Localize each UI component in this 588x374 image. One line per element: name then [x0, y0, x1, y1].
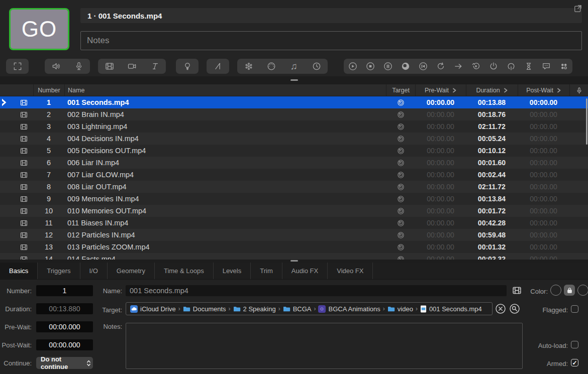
tab-triggers[interactable]: Triggers [38, 263, 80, 279]
color-swatch-left[interactable] [550, 285, 561, 296]
header-name[interactable]: Name [64, 84, 386, 96]
speaker-button[interactable] [45, 59, 67, 74]
cue-row[interactable]: 3003 Lightning.mp400:00.0002:11.7200:00.… [0, 120, 588, 133]
stop-button[interactable] [361, 59, 379, 74]
header-target[interactable]: Target [386, 84, 415, 96]
cue-row[interactable]: 8008 Liar OUT.mp400:00.0002:11.7200:00.0… [0, 181, 588, 193]
film-button[interactable] [98, 59, 121, 74]
tab-i-o[interactable]: I/O [80, 263, 108, 279]
memo-button[interactable] [537, 59, 555, 74]
text-button[interactable] [143, 59, 166, 74]
cue-row[interactable]: 14014 Facts.mp400:00.0000:02.3200:00.00 [0, 253, 588, 260]
cue-name: 013 Particles ZOOM.mp4 [64, 243, 386, 251]
collapse-duration-chevron[interactable] [503, 88, 508, 93]
header-duration[interactable]: Duration [466, 84, 518, 96]
cue-name: 008 Liar OUT.mp4 [64, 183, 386, 191]
pause-button[interactable] [379, 59, 397, 74]
cue-duration: 00:18.76 [466, 110, 518, 118]
tab-trim[interactable]: Trim [251, 263, 282, 279]
cue-row[interactable]: 5005 Decisions OUT.mp400:00.0000:10.1200… [0, 145, 588, 157]
cue-row[interactable]: 13013 Particles ZOOM.mp400:00.0000:01.32… [0, 241, 588, 253]
midi-button[interactable] [260, 59, 282, 74]
reset-button[interactable] [432, 59, 449, 74]
network-button[interactable] [237, 59, 260, 74]
cue-row[interactable]: 7007 Liar GLOW.mp400:00.0000:02.4400:00.… [0, 169, 588, 181]
cue-row[interactable]: 4004 Decisions IN.mp400:00.0000:05.2400:… [0, 133, 588, 145]
cue-row[interactable]: 6006 Liar IN.mp400:00.0000:01.6000:00.00 [0, 157, 588, 169]
color-swatch-right[interactable] [577, 285, 588, 296]
auto-load-checkbox[interactable] [571, 341, 578, 348]
lightbulb-button[interactable] [176, 59, 199, 74]
arm-icon [488, 61, 499, 71]
camera-button[interactable] [121, 59, 143, 74]
cue-list-scrollbar[interactable] [586, 98, 587, 145]
cue-row[interactable]: 10010 Memories OUT.mp400:00.0000:01.7200… [0, 205, 588, 217]
breadcrumb-item[interactable]: BGCA Animations [318, 305, 380, 313]
duration-field[interactable]: 00:13.880 [36, 303, 93, 314]
music-note-button[interactable]: ♫ [282, 59, 305, 74]
cue-name: 001 Seconds.mp4 [64, 98, 386, 106]
splitter-handle[interactable] [290, 79, 298, 81]
number-field[interactable]: 1 [36, 285, 93, 296]
post-wait-field[interactable]: 00:00.000 [36, 339, 93, 350]
breadcrumb-item[interactable]: video [387, 305, 413, 313]
header-pre-wait[interactable]: Pre-Wait [415, 84, 466, 96]
post-wait-label: Post-Wait: [0, 341, 32, 349]
cue-post-wait: 00:00.00 [518, 207, 569, 215]
devamp-button[interactable] [449, 59, 467, 74]
cue-row[interactable]: 2002 Brain IN.mp400:00.0000:18.7600:00.0… [0, 108, 588, 120]
clear-target-button[interactable] [495, 303, 507, 315]
continue-dropdown[interactable]: Do not continue [36, 357, 93, 369]
armed-checkbox[interactable]: ✓ [571, 359, 578, 366]
lock-icon[interactable] [564, 285, 575, 296]
top-splitter [0, 76, 588, 84]
cue-type-cell [14, 110, 33, 119]
load-button[interactable] [414, 59, 432, 74]
microphone-button[interactable] [67, 59, 90, 74]
go-button[interactable]: GO [9, 8, 69, 50]
find-target-button[interactable] [509, 303, 521, 315]
header-post-wait[interactable]: Post-Wait [518, 84, 569, 96]
header-number[interactable]: Number [33, 84, 64, 96]
cue-duration: 00:01.72 [466, 207, 518, 215]
collapse-post-wait-chevron[interactable] [556, 88, 561, 93]
playhead-cell [0, 229, 14, 241]
group-button[interactable] [555, 59, 572, 74]
clock-button[interactable] [305, 59, 328, 74]
disarm-button[interactable] [502, 59, 520, 74]
continue-label: Continue: [0, 359, 32, 367]
cue-row[interactable]: 9009 Memories IN.mp400:00.0000:13.8400:0… [0, 193, 588, 205]
breadcrumb-item[interactable]: BCGA [283, 305, 312, 313]
file-icon [420, 305, 427, 313]
fade-curve-button[interactable] [207, 59, 229, 74]
name-field[interactable]: 001 Seconds.mp4 [126, 285, 507, 296]
fade-button[interactable] [397, 59, 414, 74]
notes-textarea[interactable] [126, 323, 523, 369]
pre-wait-field[interactable]: 00:00.000 [36, 321, 93, 332]
collapse-pre-wait-chevron[interactable] [452, 88, 457, 93]
splitter-handle[interactable] [290, 260, 298, 262]
wait-button[interactable] [520, 59, 537, 74]
goto-button[interactable] [467, 59, 484, 74]
flagged-checkbox[interactable] [571, 305, 578, 313]
tab-video-fx[interactable]: Video FX [328, 263, 373, 279]
cue-row[interactable]: 1001 Seconds.mp400:00.0000:13.8800:00.00 [0, 96, 588, 108]
play-button[interactable] [344, 59, 361, 74]
cue-number: 13 [33, 243, 64, 251]
cue-row[interactable]: 12012 Particles IN.mp400:00.0000:59.4800… [0, 229, 588, 241]
arm-button[interactable] [484, 59, 502, 74]
popout-inspector-icon[interactable] [573, 4, 583, 14]
breadcrumb-item[interactable]: 2 Speaking [233, 305, 276, 313]
fullscreen-button[interactable] [6, 59, 29, 74]
tab-geometry[interactable]: Geometry [108, 263, 155, 279]
breadcrumb-item[interactable]: Documents [183, 305, 226, 313]
target-breadcrumb[interactable]: iCloud Drive›Documents›2 Speaking›BCGA›B… [126, 302, 493, 315]
tab-time-loops[interactable]: Time & Loops [155, 263, 214, 279]
tab-audio-fx[interactable]: Audio FX [282, 263, 328, 279]
cue-row[interactable]: 11011 Biases IN.mp400:00.0000:42.2800:00… [0, 217, 588, 229]
tab-basics[interactable]: Basics [0, 263, 38, 279]
breadcrumb-item[interactable]: 001 Seconds.mp4 [420, 305, 482, 313]
breadcrumb-item[interactable]: iCloud Drive [130, 305, 176, 313]
notes-display-input[interactable] [81, 32, 581, 50]
tab-levels[interactable]: Levels [214, 263, 251, 279]
